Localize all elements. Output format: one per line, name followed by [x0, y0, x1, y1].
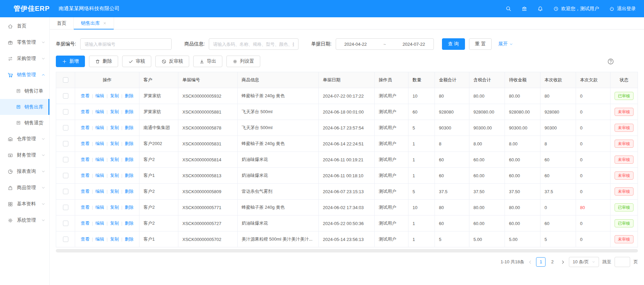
- row-action-view[interactable]: 查看: [81, 141, 89, 146]
- tab-sales-outbound[interactable]: 销售出库: [74, 17, 114, 29]
- bell-icon[interactable]: [537, 6, 543, 12]
- row-action-copy[interactable]: 复制: [110, 93, 119, 98]
- export-button[interactable]: 导出: [193, 56, 222, 67]
- unaudit-button[interactable]: 反审核: [155, 56, 189, 67]
- row-action-edit[interactable]: 编辑: [95, 189, 104, 194]
- cell-amount: 37.5: [435, 184, 469, 200]
- row-action-delete[interactable]: 删除: [125, 189, 134, 194]
- row-action-view[interactable]: 查看: [81, 173, 89, 178]
- sidebar-item-home[interactable]: 首页: [0, 18, 49, 34]
- row-action-view[interactable]: 查看: [81, 109, 89, 114]
- row-checkbox[interactable]: [63, 141, 68, 146]
- row-checkbox[interactable]: [63, 109, 68, 115]
- row-checkbox[interactable]: [63, 93, 68, 99]
- row-action-view[interactable]: 查看: [81, 237, 89, 242]
- row-checkbox[interactable]: [63, 189, 68, 194]
- row-action-delete[interactable]: 删除: [125, 237, 134, 242]
- sidebar-subitem[interactable]: 销售出库: [0, 99, 49, 115]
- row-action-view[interactable]: 查看: [81, 157, 89, 162]
- tab-close-icon[interactable]: [103, 21, 107, 25]
- row-action-delete[interactable]: 删除: [125, 125, 134, 130]
- sidebar-item-system[interactable]: 系统管理: [0, 212, 49, 228]
- add-button[interactable]: 新增: [56, 56, 85, 67]
- help-icon[interactable]: [607, 58, 614, 65]
- row-action-view[interactable]: 查看: [81, 221, 89, 226]
- search-icon[interactable]: [506, 6, 511, 12]
- delete-button[interactable]: 删除: [89, 56, 118, 67]
- sidebar-item-goods[interactable]: 商品管理: [0, 180, 49, 196]
- row-action-copy[interactable]: 复制: [110, 237, 119, 242]
- logout-button[interactable]: 退出登录: [609, 6, 636, 12]
- row-action-edit[interactable]: 编辑: [95, 221, 104, 226]
- row-action-copy[interactable]: 复制: [110, 221, 119, 226]
- prev-page-icon[interactable]: [528, 260, 533, 265]
- row-action-view[interactable]: 查看: [81, 189, 89, 194]
- sidebar-item-cart[interactable]: 销售管理: [0, 67, 49, 83]
- select-all-checkbox[interactable]: [63, 77, 68, 83]
- row-action-copy[interactable]: 复制: [110, 109, 119, 114]
- row-action-edit[interactable]: 编辑: [95, 157, 104, 162]
- bill-no-input[interactable]: [80, 38, 172, 50]
- column-settings-button[interactable]: 列设置: [226, 56, 260, 67]
- row-action-copy[interactable]: 复制: [110, 189, 119, 194]
- row-action-edit[interactable]: 编辑: [95, 93, 104, 98]
- row-action-edit[interactable]: 编辑: [95, 205, 104, 210]
- row-action-edit[interactable]: 编辑: [95, 125, 104, 130]
- tab-home[interactable]: 首页: [50, 17, 74, 29]
- row-action-delete[interactable]: 删除: [125, 109, 134, 114]
- sidebar-item-finance[interactable]: 财务管理: [0, 147, 49, 163]
- row-checkbox[interactable]: [63, 237, 68, 242]
- page-number-1[interactable]: 1: [536, 257, 546, 267]
- row-action-delete[interactable]: 删除: [125, 221, 134, 226]
- next-page-icon[interactable]: [560, 260, 565, 265]
- jump-page-input[interactable]: [615, 257, 630, 267]
- row-action-delete[interactable]: 删除: [125, 205, 134, 210]
- row-checkbox[interactable]: [63, 221, 68, 226]
- cell-customer: 客户2002: [139, 136, 178, 152]
- ban-icon: [161, 59, 166, 64]
- goods-input[interactable]: [209, 38, 298, 50]
- row-action-copy[interactable]: 复制: [110, 125, 119, 130]
- sidebar-item-purchase[interactable]: 采购管理: [0, 50, 49, 67]
- sidebar-item-report[interactable]: 报表查询: [0, 163, 49, 180]
- row-action-edit[interactable]: 编辑: [95, 109, 104, 114]
- audit-button[interactable]: 审核: [122, 56, 151, 67]
- sidebar-item-warehouse[interactable]: 仓库管理: [0, 131, 49, 147]
- row-action-view[interactable]: 查看: [81, 205, 89, 210]
- row-action-edit[interactable]: 编辑: [95, 141, 104, 146]
- link-separator: |: [92, 237, 93, 242]
- row-action-view[interactable]: 查看: [81, 125, 89, 130]
- reset-button[interactable]: 重 置: [469, 38, 492, 50]
- row-action-copy[interactable]: 复制: [110, 157, 119, 162]
- horizontal-scrollbar[interactable]: [56, 249, 638, 252]
- row-action-delete[interactable]: 删除: [125, 157, 134, 162]
- row-action-copy[interactable]: 复制: [110, 173, 119, 178]
- row-action-delete[interactable]: 删除: [125, 173, 134, 178]
- page-size-select[interactable]: 10 条/页: [569, 257, 599, 267]
- row-checkbox[interactable]: [63, 205, 68, 210]
- sidebar-item-retail[interactable]: 零售管理: [0, 34, 49, 50]
- bank-icon[interactable]: [521, 6, 527, 12]
- row-action-view[interactable]: 查看: [81, 93, 89, 98]
- date-to[interactable]: 2024-07-22: [403, 42, 425, 47]
- row-checkbox[interactable]: [63, 157, 68, 162]
- row-action-copy[interactable]: 复制: [110, 205, 119, 210]
- sidebar-subitem[interactable]: 销售退货: [0, 115, 49, 131]
- row-action-copy[interactable]: 复制: [110, 141, 119, 146]
- welcome-user[interactable]: 欢迎您，测试用户: [553, 6, 599, 12]
- row-action-edit[interactable]: 编辑: [95, 237, 104, 242]
- page-number-2[interactable]: 2: [548, 257, 557, 267]
- sidebar-subitem[interactable]: 销售订单: [0, 83, 49, 99]
- date-from[interactable]: 2024-04-22: [344, 42, 367, 47]
- row-checkbox[interactable]: [63, 125, 68, 130]
- row-action-delete[interactable]: 删除: [125, 141, 134, 146]
- row-checkbox[interactable]: [63, 173, 68, 178]
- expand-link[interactable]: 展开: [498, 41, 513, 47]
- date-range-picker[interactable]: 2024-04-22 ~ 2024-07-22: [336, 38, 434, 50]
- cell-amount: 80: [435, 88, 469, 104]
- cell-bill_no: XSCK00000005881: [178, 104, 238, 120]
- search-button[interactable]: 查 询: [442, 38, 465, 50]
- sidebar-item-basic[interactable]: 基本资料: [0, 196, 49, 212]
- row-action-edit[interactable]: 编辑: [95, 173, 104, 178]
- row-action-delete[interactable]: 删除: [125, 93, 134, 98]
